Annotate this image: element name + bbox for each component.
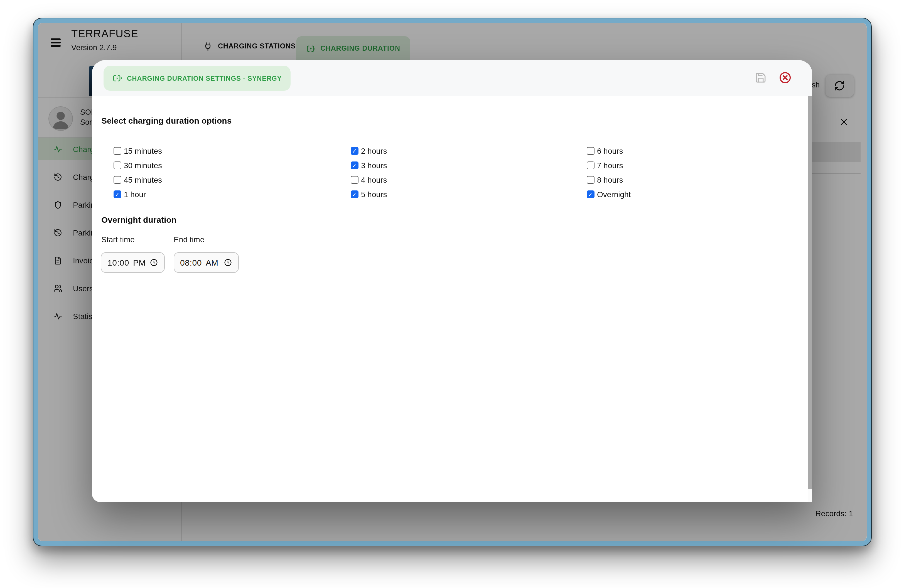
duration-option-label: 8 hours: [597, 175, 623, 184]
duration-option[interactable]: 30 minutes: [114, 158, 162, 172]
clock-icon[interactable]: [150, 258, 158, 267]
duration-option[interactable]: 1 hour: [114, 187, 162, 202]
modal-title: CHARGING DURATION SETTINGS - SYNERGY: [127, 74, 282, 82]
duration-option[interactable]: 2 hours: [351, 144, 387, 158]
end-time-label: End time: [174, 235, 205, 244]
start-time-input[interactable]: 10:00 PM: [101, 252, 165, 273]
modal-scrollbar-thumb[interactable]: [808, 489, 812, 502]
duration-option-label: 5 hours: [361, 190, 387, 199]
duration-option[interactable]: 7 hours: [587, 158, 631, 172]
modal-header: CHARGING DURATION SETTINGS - SYNERGY: [92, 60, 812, 96]
battery-charging-icon: [112, 74, 122, 83]
duration-option[interactable]: 4 hours: [351, 172, 387, 187]
close-button[interactable]: [776, 69, 793, 86]
close-circle-icon: [779, 71, 791, 84]
duration-option[interactable]: 45 minutes: [114, 172, 162, 187]
checkbox[interactable]: [351, 191, 358, 198]
start-time-value: 10:00: [107, 258, 129, 267]
duration-option-label: 7 hours: [597, 161, 623, 170]
duration-option-label: 15 minutes: [124, 147, 162, 155]
start-time-label: Start time: [101, 235, 135, 244]
end-time-value: 08:00: [180, 258, 202, 267]
duration-option[interactable]: Overnight: [587, 187, 631, 202]
start-time-meridiem: PM: [133, 258, 145, 267]
duration-option[interactable]: 8 hours: [587, 172, 631, 187]
checkbox[interactable]: [587, 176, 594, 184]
checkbox[interactable]: [587, 191, 594, 198]
options-heading: Select charging duration options: [101, 116, 232, 125]
options-column-1: 15 minutes 30 minutes 45 minutes 1 hour: [114, 144, 162, 202]
duration-option-label: Overnight: [597, 190, 631, 199]
end-time-meridiem: AM: [206, 258, 218, 267]
options-column-2: 2 hours 3 hours 4 hours 5 hours: [351, 144, 387, 202]
checkbox[interactable]: [587, 162, 594, 169]
duration-option-label: 3 hours: [361, 161, 387, 170]
duration-option-label: 2 hours: [361, 147, 387, 155]
save-button[interactable]: [752, 69, 769, 86]
duration-option-label: 4 hours: [361, 175, 387, 184]
modal-scrollbar-track: [808, 96, 812, 502]
charging-duration-modal: CHARGING DURATION SETTINGS - SYNERGY Sel…: [92, 60, 812, 502]
stage: TERRAFUSE Version 2.7.9 SOR: [0, 0, 904, 588]
duration-option[interactable]: 3 hours: [351, 158, 387, 172]
duration-option[interactable]: 5 hours: [351, 187, 387, 202]
duration-option-label: 6 hours: [597, 147, 623, 155]
checkbox[interactable]: [114, 176, 121, 184]
checkbox[interactable]: [587, 147, 594, 155]
checkbox[interactable]: [351, 176, 358, 184]
checkbox[interactable]: [114, 162, 121, 169]
duration-option[interactable]: 6 hours: [587, 144, 631, 158]
checkbox[interactable]: [351, 162, 358, 169]
clock-icon[interactable]: [223, 258, 232, 267]
checkbox[interactable]: [114, 147, 121, 155]
options-column-3: 6 hours 7 hours 8 hours Overnight: [587, 144, 631, 202]
overnight-heading: Overnight duration: [101, 215, 177, 224]
end-time-input[interactable]: 08:00 AM: [174, 252, 239, 273]
checkbox[interactable]: [351, 147, 358, 155]
save-icon: [755, 71, 766, 83]
modal-title-badge: CHARGING DURATION SETTINGS - SYNERGY: [104, 66, 291, 91]
duration-option-label: 45 minutes: [124, 175, 162, 184]
checkbox[interactable]: [114, 191, 121, 198]
duration-option[interactable]: 15 minutes: [114, 144, 162, 158]
duration-option-label: 1 hour: [124, 190, 146, 199]
duration-option-label: 30 minutes: [124, 161, 162, 170]
